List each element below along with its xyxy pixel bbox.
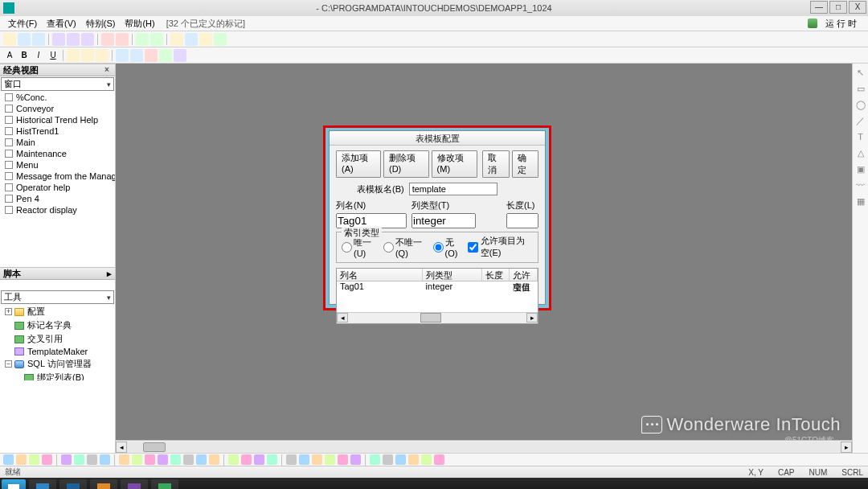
- template-name-input[interactable]: [409, 183, 497, 195]
- bi-icon[interactable]: [119, 454, 129, 465]
- pointer-tool-icon[interactable]: ↖: [855, 67, 866, 78]
- bi-icon[interactable]: [61, 454, 72, 465]
- maximize-button[interactable]: □: [829, 1, 847, 14]
- tb-color-icon[interactable]: [145, 49, 158, 62]
- taskbar-item[interactable]: [59, 479, 87, 489]
- canvas-area[interactable]: 表模板配置 添加项(A) 删除项(D) 修改项(M) 取消 确定 表模板名(B): [116, 64, 852, 453]
- minimize-button[interactable]: —: [810, 1, 828, 14]
- tb-cut-icon[interactable]: [52, 33, 65, 46]
- start-button[interactable]: [2, 479, 26, 489]
- bi-icon[interactable]: [183, 454, 194, 465]
- bi-icon[interactable]: [434, 454, 444, 465]
- tool-crossref[interactable]: 交叉引用: [0, 332, 115, 346]
- scroll-left-icon[interactable]: ◂: [337, 313, 348, 323]
- menu-view[interactable]: 查看(V): [42, 16, 81, 31]
- bi-icon[interactable]: [383, 454, 393, 465]
- bi-icon[interactable]: [228, 454, 239, 465]
- tb-underline-icon[interactable]: U: [47, 49, 59, 62]
- delete-item-button[interactable]: 删除项(D): [383, 150, 429, 178]
- ok-button[interactable]: 确定: [512, 150, 538, 178]
- menu-help[interactable]: 帮助(H): [120, 16, 159, 31]
- menu-special[interactable]: 特别(S): [81, 16, 121, 31]
- panel-scripts-header[interactable]: 脚本 ▸: [0, 267, 115, 280]
- polygon-tool-icon[interactable]: △: [855, 147, 866, 158]
- scroll-thumb[interactable]: [143, 442, 166, 452]
- tb-open-icon[interactable]: [18, 33, 31, 46]
- tb-bold-icon[interactable]: B: [18, 49, 31, 62]
- menu-file[interactable]: 文件(F): [3, 16, 42, 31]
- window-item[interactable]: Conveyor: [0, 103, 115, 114]
- window-dropdown[interactable]: 窗口 ▾: [1, 77, 114, 91]
- window-item[interactable]: %Conc.: [0, 92, 115, 103]
- tool-templatemaker[interactable]: TemplateMaker: [0, 346, 115, 357]
- window-item[interactable]: Maintenance: [0, 148, 115, 159]
- tb-save-icon[interactable]: [32, 33, 45, 46]
- add-item-button[interactable]: 添加项(A): [336, 150, 381, 178]
- tool-sqlmanager[interactable]: −SQL 访问管理器: [0, 357, 115, 371]
- window-item[interactable]: Operator help: [0, 182, 115, 193]
- close-button[interactable]: X: [849, 1, 866, 14]
- rect-tool-icon[interactable]: ▭: [855, 83, 866, 94]
- radio-notunique[interactable]: 不唯一(Q): [383, 236, 427, 258]
- window-item[interactable]: Main: [0, 137, 115, 148]
- cancel-button[interactable]: 取消: [482, 150, 509, 178]
- tb-paste-icon[interactable]: [81, 33, 94, 46]
- bi-icon[interactable]: [299, 454, 309, 465]
- tb-new-icon[interactable]: [3, 33, 16, 46]
- bi-icon[interactable]: [42, 454, 52, 465]
- radio-none[interactable]: 无(O): [433, 236, 461, 258]
- tb-misc4-icon[interactable]: [214, 33, 227, 46]
- button-tool-icon[interactable]: ▣: [855, 163, 866, 175]
- tb-misc2-icon[interactable]: [185, 33, 198, 46]
- bi-icon[interactable]: [395, 454, 406, 465]
- radio-unique[interactable]: 唯一(U): [342, 236, 377, 258]
- allow-null-checkbox[interactable]: 允许项目为空(E): [468, 235, 533, 259]
- runtime-group[interactable]: 运 行 时: [803, 14, 868, 33]
- panel-close-icon[interactable]: ×: [102, 65, 112, 75]
- tool-bindlist[interactable]: 绑定列表(B): [0, 371, 115, 380]
- window-item[interactable]: Message from the Manager: [0, 171, 115, 182]
- bi-icon[interactable]: [158, 454, 168, 465]
- bi-icon[interactable]: [170, 454, 181, 465]
- taskbar-item[interactable]: [121, 479, 148, 489]
- bi-icon[interactable]: [209, 454, 219, 465]
- bi-icon[interactable]: [74, 454, 84, 465]
- scroll-right-icon[interactable]: ▸: [526, 313, 538, 323]
- tb-undo-icon[interactable]: [101, 33, 114, 46]
- scroll-right-icon[interactable]: ▸: [841, 442, 852, 453]
- text-tool-icon[interactable]: T: [855, 131, 866, 142]
- tool-config[interactable]: +配置: [0, 305, 115, 318]
- bi-icon[interactable]: [286, 454, 297, 465]
- scroll-thumb[interactable]: [420, 313, 441, 323]
- bi-icon[interactable]: [241, 454, 252, 465]
- tb-misc1-icon[interactable]: [170, 33, 183, 46]
- modify-item-button[interactable]: 修改项(M): [432, 150, 478, 178]
- window-item[interactable]: Menu: [0, 159, 115, 171]
- tb-shape1-icon[interactable]: [116, 49, 129, 62]
- tb-font-icon[interactable]: A: [3, 49, 16, 62]
- bi-icon[interactable]: [408, 454, 419, 465]
- bi-icon[interactable]: [370, 454, 380, 465]
- tb-copy-icon[interactable]: [67, 33, 80, 46]
- tb-redo-icon[interactable]: [116, 33, 129, 46]
- bi-icon[interactable]: [254, 454, 264, 465]
- window-item[interactable]: Reactor display: [0, 204, 115, 216]
- window-item[interactable]: Pen 4: [0, 193, 115, 204]
- bi-icon[interactable]: [16, 454, 27, 465]
- columns-grid[interactable]: 列名 列类型 长度 允许项目 Tag01 integer 空值 ◂: [336, 268, 538, 324]
- bi-icon[interactable]: [325, 454, 335, 465]
- bi-icon[interactable]: [145, 454, 155, 465]
- tb-line-icon[interactable]: [159, 49, 172, 62]
- bi-icon[interactable]: [87, 454, 97, 465]
- taskbar-item[interactable]: [151, 479, 178, 489]
- scroll-left-icon[interactable]: ◂: [116, 442, 127, 453]
- tb-fill-icon[interactable]: [174, 49, 186, 62]
- grid-row[interactable]: Tag01 integer 空值: [337, 281, 538, 294]
- bi-icon[interactable]: [312, 454, 322, 465]
- canvas-hscrollbar[interactable]: ◂ ▸: [116, 440, 852, 453]
- tool-tagdict[interactable]: 标记名字典: [0, 318, 115, 332]
- tools-dropdown[interactable]: 工具 ▾: [1, 290, 114, 304]
- taskbar-item[interactable]: [90, 479, 117, 489]
- tb-run-icon[interactable]: [136, 33, 149, 46]
- tb-misc3-icon[interactable]: [199, 33, 212, 46]
